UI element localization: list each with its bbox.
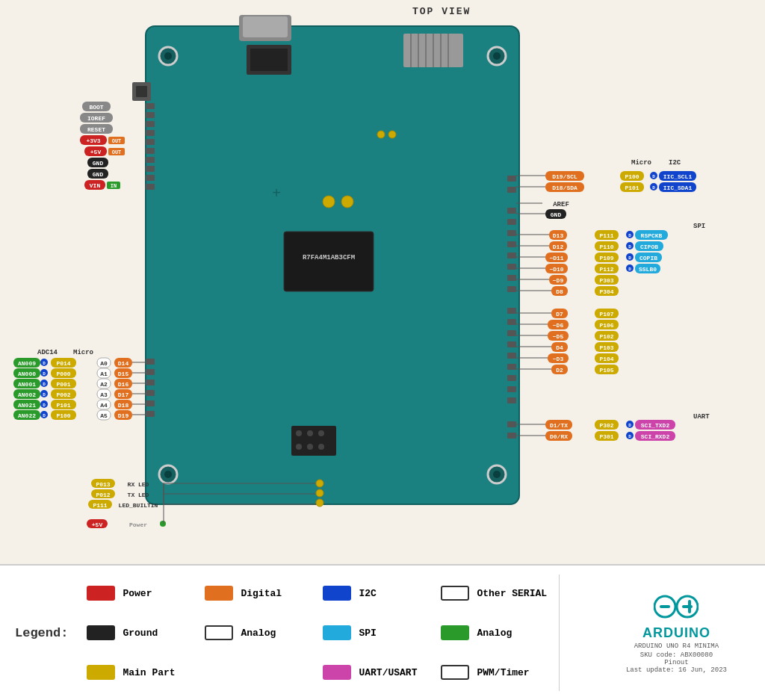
legend-label-pwm: PWM/Timer — [477, 667, 529, 678]
svg-text:I2C: I2C — [669, 159, 681, 167]
svg-rect-54 — [507, 208, 516, 214]
legend-label-main: Main Part — [123, 667, 175, 678]
svg-rect-65 — [507, 341, 516, 347]
svg-text:D18/SDA: D18/SDA — [552, 185, 577, 191]
svg-text:P110: P110 — [599, 244, 613, 250]
svg-text:P109: P109 — [599, 255, 613, 261]
svg-rect-39 — [146, 130, 155, 136]
svg-text:LED_BUILTIN: LED_BUILTIN — [119, 502, 158, 509]
svg-text:D: D — [652, 174, 655, 179]
svg-text:RESET: RESET — [87, 126, 105, 133]
svg-rect-62 — [507, 308, 516, 314]
svg-rect-307 — [660, 605, 670, 608]
svg-point-286 — [316, 499, 323, 507]
svg-rect-46 — [146, 359, 155, 365]
svg-text:AN002: AN002 — [18, 391, 36, 398]
svg-point-285 — [316, 489, 323, 497]
legend-swatch-analog-g — [441, 625, 469, 640]
legend-analog-white: Analog — [205, 614, 320, 651]
svg-text:VIN: VIN — [90, 182, 101, 189]
svg-text:OUT: OUT — [112, 138, 122, 144]
svg-text:~D10: ~D10 — [549, 266, 563, 273]
svg-rect-38 — [146, 121, 155, 127]
svg-rect-37 — [146, 112, 155, 118]
svg-text:P101: P101 — [56, 402, 70, 409]
svg-text:Power: Power — [129, 521, 147, 528]
legend-grid: Power Digital I2C Other SERIAL — [87, 574, 765, 691]
legend-label-analog-w: Analog — [241, 628, 276, 639]
svg-text:BOOT: BOOT — [89, 104, 103, 111]
svg-text:D7: D7 — [556, 311, 563, 318]
svg-text:P012: P012 — [96, 492, 110, 498]
svg-text:P002: P002 — [56, 391, 70, 398]
svg-text:P303: P303 — [599, 277, 613, 284]
svg-rect-51 — [146, 411, 155, 417]
svg-text:IIC_SCL1: IIC_SCL1 — [663, 173, 693, 180]
svg-text:P014: P014 — [56, 360, 70, 367]
svg-text:D13: D13 — [553, 232, 564, 239]
legend-swatch-pwm — [441, 665, 469, 680]
svg-text:P112: P112 — [599, 266, 613, 273]
svg-rect-43 — [146, 166, 155, 172]
svg-point-17 — [493, 52, 501, 60]
svg-point-21 — [493, 471, 501, 478]
svg-rect-47 — [146, 369, 155, 375]
svg-rect-61 — [507, 286, 516, 292]
svg-rect-58 — [507, 253, 516, 258]
legend-label-analog-g: Analog — [477, 628, 512, 639]
svg-text:OUT: OUT — [112, 149, 122, 155]
svg-point-31 — [307, 444, 313, 450]
svg-rect-59 — [507, 264, 516, 270]
svg-text:D: D — [43, 392, 46, 397]
svg-rect-70 — [507, 397, 516, 403]
svg-rect-53 — [507, 187, 516, 193]
legend-label-power: Power — [123, 588, 152, 599]
svg-text:P302: P302 — [599, 422, 613, 429]
legend-swatch-main — [87, 665, 115, 680]
svg-text:D14: D14 — [118, 360, 129, 367]
svg-text:P103: P103 — [599, 344, 613, 351]
svg-point-15 — [164, 52, 172, 60]
svg-text:D17: D17 — [118, 391, 129, 398]
svg-text:R7FA4M1AB3CFM: R7FA4M1AB3CFM — [303, 254, 355, 261]
svg-rect-66 — [507, 353, 516, 359]
svg-text:Micro: Micro — [631, 159, 651, 167]
svg-point-284 — [316, 480, 323, 487]
legend-uart: UART/USART — [323, 654, 439, 691]
svg-text:D: D — [652, 185, 655, 191]
legend-swatch-ground — [87, 625, 115, 640]
svg-point-27 — [296, 430, 302, 436]
svg-text:+3V3: +3V3 — [86, 137, 100, 144]
arduino-logo-svg — [654, 592, 699, 622]
legend-swatch-uart — [323, 665, 351, 680]
svg-text:IIC_SDA1: IIC_SDA1 — [663, 185, 693, 191]
svg-text:SPI: SPI — [693, 223, 705, 230]
legend-pwm: PWM/Timer — [441, 654, 557, 691]
legend-label-spi: SPI — [359, 628, 376, 639]
svg-text:GND: GND — [93, 160, 104, 167]
svg-point-34 — [377, 131, 385, 138]
svg-text:D: D — [628, 244, 631, 250]
legend-i2c: I2C — [323, 574, 439, 612]
svg-text:D: D — [43, 371, 46, 377]
svg-text:D12: D12 — [553, 244, 564, 250]
svg-text:RX LED: RX LED — [128, 481, 149, 488]
svg-text:IN: IN — [111, 183, 117, 189]
svg-text:SCI_TXD2: SCI_TXD2 — [641, 422, 670, 429]
svg-rect-56 — [507, 230, 516, 236]
svg-text:D: D — [43, 361, 46, 366]
svg-text:AREF: AREF — [553, 201, 569, 208]
svg-text:A4: A4 — [100, 402, 108, 409]
svg-text:A1: A1 — [100, 371, 108, 377]
svg-text:D15: D15 — [118, 371, 129, 377]
svg-rect-67 — [507, 364, 516, 370]
svg-text:SCI_RXD2: SCI_RXD2 — [641, 433, 670, 440]
svg-text:AN001: AN001 — [18, 381, 36, 388]
svg-text:P101: P101 — [625, 185, 639, 191]
svg-text:A5: A5 — [100, 412, 108, 419]
svg-text:~D11: ~D11 — [549, 255, 563, 261]
svg-text:~D6: ~D6 — [553, 322, 564, 329]
svg-text:P100: P100 — [56, 412, 70, 419]
svg-text:P102: P102 — [599, 333, 613, 340]
svg-text:D: D — [628, 423, 631, 428]
